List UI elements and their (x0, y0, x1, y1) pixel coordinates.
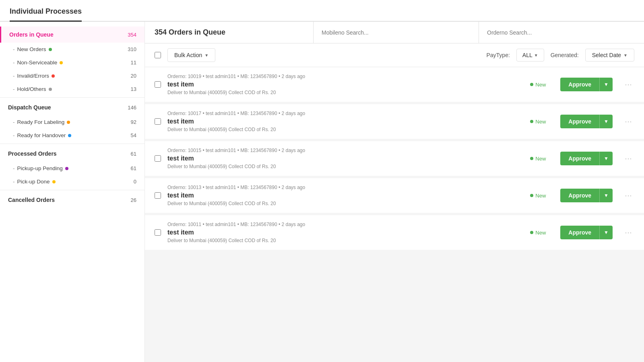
order-name: test item (167, 192, 507, 199)
pickup-pending-label: Pickup-up Pending (17, 165, 63, 171)
order-checkbox[interactable] (155, 118, 161, 125)
order-details: Deliver to Mumbai (400059) Collect COD o… (167, 90, 507, 95)
non-serviceable-dot (60, 61, 63, 64)
non-serviceable-badge: 11 (131, 60, 136, 66)
approve-dropdown-button[interactable]: ▼ (599, 226, 613, 239)
order-name: test item (167, 118, 507, 125)
order-checkbox-wrap[interactable] (155, 118, 161, 125)
non-serviceable-label: Non-Serviceable (17, 60, 58, 66)
sidebar-item-hold-others[interactable]: - Hold/Others 13 (0, 82, 144, 96)
hold-others-badge: 13 (131, 86, 136, 92)
order-checkbox[interactable] (155, 192, 161, 199)
order-info: Orderno: 10015 • test admin101 • MB: 123… (167, 148, 507, 169)
order-meta: Orderno: 10017 • test admin101 • MB: 123… (167, 111, 507, 116)
page-title: Individual Processes (10, 7, 82, 22)
sidebar-item-ready-for-handover[interactable]: - Ready for Handover 54 (0, 129, 144, 142)
select-all-checkbox[interactable] (155, 52, 161, 58)
processed-orders-text: Processed Orders (8, 150, 57, 157)
sidebar-item-cancelled-orders[interactable]: Cancelled Orders 26 (0, 192, 144, 208)
pick-up-done-dot (52, 180, 56, 183)
order-meta: Orderno: 10019 • test admin101 • MB: 123… (167, 74, 507, 79)
select-all-checkbox-wrap[interactable] (155, 52, 161, 58)
approve-button[interactable]: Approve (560, 189, 599, 202)
content-header: 354 Orders in Queue (145, 22, 644, 43)
approve-dropdown-button[interactable]: ▼ (599, 78, 613, 91)
invalid-errors-dot (52, 74, 55, 78)
order-checkbox[interactable] (155, 229, 161, 236)
sidebar-item-pick-up-done[interactable]: - Pick-up Done 0 (0, 175, 144, 188)
order-details: Deliver to Mumbai (400059) Collect COD o… (167, 127, 507, 132)
bulk-action-button[interactable]: Bulk Action ▼ (167, 48, 215, 62)
order-checkbox[interactable] (155, 81, 161, 88)
dispatch-queue-text: Dispatch Queue (8, 104, 51, 111)
content-area: 354 Orders in Queue Bulk Action ▼ (145, 22, 644, 362)
pickup-pending-badge: 61 (131, 165, 136, 171)
orders-in-queue-text: Orders in Queue (9, 31, 54, 38)
order-status: New (514, 156, 546, 162)
content-title-area: 354 Orders in Queue (145, 22, 314, 43)
sidebar: Orders in Queue 354 - New Orders 310 - (0, 22, 145, 362)
cancelled-orders-badge: 26 (131, 197, 136, 203)
more-options-button[interactable]: ⋯ (622, 117, 634, 126)
order-checkbox-wrap[interactable] (155, 192, 161, 199)
sidebar-item-ready-for-labeling[interactable]: - Ready For Labeling 92 (0, 115, 144, 129)
paytype-chevron-icon: ▼ (534, 53, 538, 58)
ready-for-labeling-label: Ready For Labeling (17, 119, 65, 125)
sidebar-item-invalid-errors[interactable]: - Invalid/Errors 20 (0, 69, 144, 82)
sidebar-item-processed-orders[interactable]: Processed Orders 61 (0, 146, 144, 162)
approve-dropdown-button[interactable]: ▼ (599, 115, 613, 128)
paytype-label: PayType: (486, 52, 510, 58)
sidebar-item-non-serviceable[interactable]: - Non-Serviceable 11 (0, 56, 144, 69)
approve-button[interactable]: Approve (560, 226, 599, 239)
approve-button[interactable]: Approve (560, 78, 599, 91)
order-meta: Orderno: 10013 • test admin101 • MB: 123… (167, 185, 507, 190)
sidebar-item-orders-in-queue[interactable]: Orders in Queue 354 (0, 27, 144, 43)
filter-bar: Bulk Action ▼ PayType: ALL ▼ Generated: … (145, 43, 644, 67)
order-checkbox[interactable] (155, 155, 161, 162)
order-status: New (514, 193, 546, 199)
sidebar-section-dispatch-queue: Dispatch Queue 146 - Ready For Labeling … (0, 99, 144, 142)
generated-label: Generated: (551, 52, 579, 58)
dispatch-queue-badge: 146 (128, 105, 136, 111)
approve-btn-group: Approve ▼ (560, 226, 613, 239)
order-checkbox-wrap[interactable] (155, 229, 161, 236)
orders-list: Orderno: 10019 • test admin101 • MB: 123… (145, 67, 644, 362)
mobile-search-input[interactable] (322, 29, 471, 36)
approve-button[interactable]: Approve (560, 152, 599, 165)
approve-btn-group: Approve ▼ (560, 189, 613, 202)
more-options-button[interactable]: ⋯ (622, 80, 634, 89)
sidebar-item-pickup-pending[interactable]: - Pickup-up Pending 61 (0, 162, 144, 175)
new-orders-label: New Orders (17, 46, 46, 52)
approve-btn-group: Approve ▼ (560, 152, 613, 165)
order-details: Deliver to Mumbai (400059) Collect COD o… (167, 201, 507, 206)
more-options-button[interactable]: ⋯ (622, 191, 634, 200)
order-checkbox-wrap[interactable] (155, 81, 161, 88)
sidebar-label-orders-in-queue: Orders in Queue (9, 31, 54, 38)
sidebar-item-dispatch-queue[interactable]: Dispatch Queue 146 (0, 99, 144, 115)
processed-orders-badge: 61 (131, 151, 136, 157)
order-name: test item (167, 229, 507, 236)
order-search-area[interactable] (479, 22, 644, 43)
order-search-input[interactable] (487, 29, 636, 36)
approve-button[interactable]: Approve (560, 115, 599, 128)
order-card: Orderno: 10015 • test admin101 • MB: 123… (145, 141, 644, 178)
mobile-search-area[interactable] (314, 22, 479, 43)
select-date-button[interactable]: Select Date ▼ (585, 49, 634, 62)
status-text: New (535, 82, 546, 88)
sidebar-item-new-orders[interactable]: - New Orders 310 (0, 43, 144, 56)
approve-dropdown-button[interactable]: ▼ (599, 152, 613, 165)
bulk-action-label: Bulk Action (174, 52, 202, 58)
divider-2 (0, 144, 144, 144)
status-dot (530, 231, 533, 234)
more-options-button[interactable]: ⋯ (622, 154, 634, 163)
order-checkbox-wrap[interactable] (155, 155, 161, 162)
ready-for-labeling-dot (67, 121, 70, 124)
cancelled-orders-text: Cancelled Orders (8, 197, 55, 203)
new-orders-badge: 310 (128, 46, 136, 52)
approve-dropdown-button[interactable]: ▼ (599, 189, 613, 202)
order-meta: Orderno: 10011 • test admin101 • MB: 123… (167, 222, 507, 227)
paytype-select-button[interactable]: ALL ▼ (516, 49, 544, 62)
more-options-button[interactable]: ⋯ (622, 228, 634, 237)
orders-in-queue-badge: 354 (128, 32, 136, 38)
pickup-pending-dot (65, 167, 68, 170)
